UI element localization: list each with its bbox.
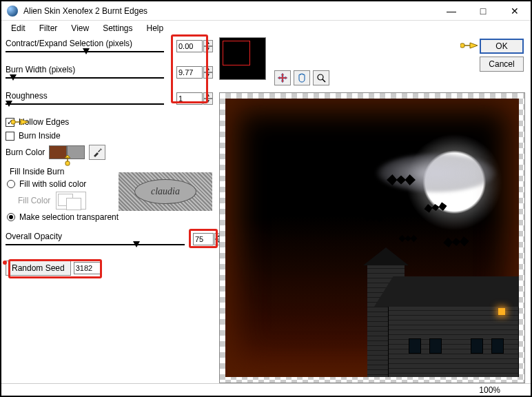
overall-opacity-label: Overall Opacity [6,232,62,241]
contract-input[interactable] [176,40,203,52]
fill-solid-radio[interactable] [7,180,15,188]
status-bar: 100% [1,383,531,396]
cancel-button-label: Cancel [489,59,514,69]
controls-panel: Contract/Expand Selection (pixels) ▲▼ Bu… [6,36,212,276]
preview-tool-row [274,70,329,85]
ok-button[interactable]: OK [480,39,524,54]
right-panel: OK Cancel [219,36,525,383]
svg-rect-0 [11,120,15,124]
roughness-label: Roughness [6,91,48,101]
hollow-edges-row[interactable]: Hollow Edges [6,117,212,127]
app-icon [7,6,18,17]
fill-solid-label: Fill with solid color [19,179,86,189]
title-bar: Alien Skin Xenofex 2 Burnt Edges — □ ✕ [1,1,531,21]
opacity-slider-track[interactable] [6,244,185,245]
roughness-row: Roughness ▲▼ [6,91,212,112]
menu-settings[interactable]: Settings [96,22,139,34]
cancel-button[interactable]: Cancel [480,57,524,72]
window-title: Alien Skin Xenofex 2 Burnt Edges [23,6,436,16]
hand-icon [297,73,307,83]
fill-color-label: Fill Color [18,196,50,205]
burn-inside-row[interactable]: Burn Inside [6,131,212,141]
roughness-input[interactable] [176,92,203,105]
close-button[interactable]: ✕ [499,1,531,21]
eyedropper-icon [92,147,102,157]
burn-color-label: Burn Color [6,147,45,157]
pointing-hand-icon [460,40,478,51]
contract-spinner[interactable]: ▲▼ [203,40,213,52]
zoom-level: 100% [479,385,500,395]
navigator-selection[interactable] [223,41,250,65]
minimize-button[interactable]: — [436,1,467,21]
fill-color-swatch [56,192,86,210]
burn-inside-label: Burn Inside [19,131,61,141]
pointing-hand-icon [59,155,76,166]
menu-bar: Edit Filter View Settings Help [1,21,531,36]
menu-filter[interactable]: Filter [32,22,65,34]
watermark-text: claudia [134,179,196,204]
watermark-image: claudia [119,172,212,211]
pointing-hand-icon [11,116,29,128]
make-transparent-row[interactable]: Make selection transparent [7,212,212,222]
menu-edit[interactable]: Edit [4,22,32,34]
svg-rect-2 [460,43,464,48]
move-arrows-icon [278,73,287,83]
maximize-button[interactable]: □ [467,1,499,21]
make-transparent-label: Make selection transparent [19,212,119,222]
svg-rect-1 [65,161,70,165]
random-seed-input[interactable] [74,262,101,274]
contract-expand-label: Contract/Expand Selection (pixels) [6,39,132,48]
roughness-spinner[interactable]: ▲▼ [203,92,213,105]
zoom-tool-button[interactable] [313,70,329,85]
burn-width-row: Burn Width (pixels) ▲▼ [6,65,212,85]
burnwidth-slider-thumb[interactable] [10,74,17,81]
overall-opacity-row: Overall Opacity ▲▼ [6,232,212,252]
contract-slider-thumb[interactable] [83,48,90,54]
menu-view[interactable]: View [64,22,96,34]
make-transparent-radio[interactable] [7,213,15,221]
magnifier-icon [316,73,326,83]
hand-tool-button[interactable] [294,70,310,85]
navigator-thumbnail[interactable] [219,37,266,80]
burnwidth-spinner[interactable]: ▲▼ [203,66,213,79]
preview-area[interactable] [219,92,525,383]
house-graphic [360,257,519,377]
opacity-slider-thumb[interactable] [133,241,140,247]
menu-help[interactable]: Help [140,22,171,34]
contract-expand-row: Contract/Expand Selection (pixels) ▲▼ [6,39,212,59]
burn-width-label: Burn Width (pixels) [6,65,75,74]
preview-image [225,99,519,377]
opacity-input[interactable] [193,233,214,245]
burn-color-row: Burn Color [6,145,212,160]
svg-line-4 [323,79,325,82]
svg-point-3 [318,74,323,80]
burnwidth-input[interactable] [176,66,203,79]
burnwidth-slider-track[interactable] [6,77,164,79]
burn-inside-checkbox[interactable] [6,132,14,141]
random-seed-button[interactable]: Random Seed [6,261,71,276]
ok-button-label: OK [495,41,507,51]
eyedropper-button[interactable] [89,145,105,160]
roughness-slider-track[interactable] [6,103,164,105]
roughness-slider-thumb[interactable] [6,101,12,107]
move-tool-button[interactable] [274,70,291,85]
random-seed-row: Random Seed [6,261,212,276]
